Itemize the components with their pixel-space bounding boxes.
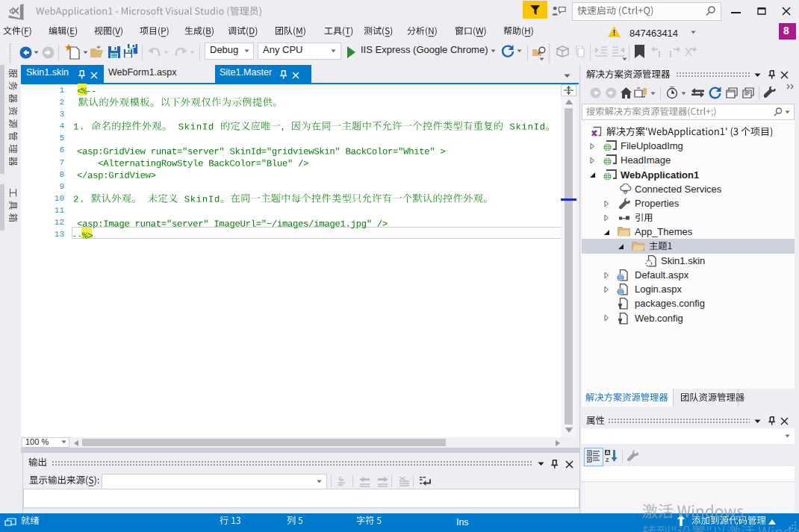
svg-text:A: A: [606, 450, 609, 455]
svg-text:Z: Z: [606, 457, 609, 463]
